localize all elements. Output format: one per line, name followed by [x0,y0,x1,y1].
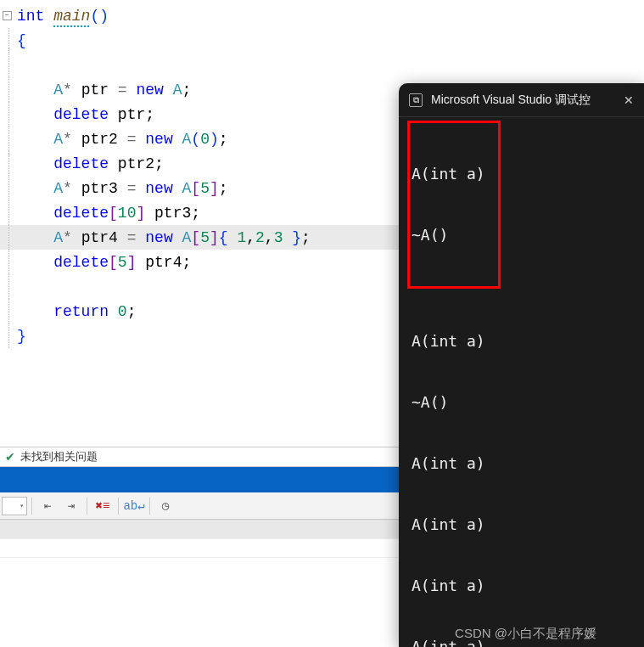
console-titlebar[interactable]: ⧉ Microsoft Visual Studio 调试控 ✕ [399,83,644,117]
console-line: A(int a) [412,576,631,596]
error-list-status: ✔ 未找到相关问题 [0,447,407,467]
console-line: A(int a) [412,331,631,352]
panel-header [0,467,407,492]
grid-row[interactable] [0,539,407,558]
grid-header [0,520,407,539]
close-icon[interactable]: ✕ [624,93,634,107]
code-line[interactable]: − int main() [0,3,407,28]
goto-prev-button[interactable]: ⇤ [36,495,59,517]
code-line[interactable]: delete ptr2; [0,151,407,176]
code-line[interactable] [0,274,407,299]
code-line[interactable]: A* ptr2 = new A(0); [0,127,407,151]
watermark-text: CSDN @小白不是程序媛 [407,626,644,642]
output-grid[interactable] [0,520,407,647]
clock-icon: ◷ [162,498,169,513]
console-line: ~A() [412,225,496,245]
console-line: A(int a) [412,515,631,535]
console-output[interactable]: A(int a) ~A() A(int a) ~A() A(int a) A(i… [399,117,644,647]
clear-button[interactable]: ✖≡ [92,495,114,517]
status-text: 未找到相关问题 [20,449,98,464]
status-ok-icon: ✔ [5,450,15,464]
code-line[interactable]: A* ptr = new A; [0,77,407,102]
right-arrow-icon: ⇥ [68,498,75,513]
code-line[interactable] [0,53,407,77]
code-editor[interactable]: − int main() { A* ptr = new A; delete pt… [0,0,407,442]
code-line[interactable]: } [0,324,407,348]
output-toolbar: ▾ ⇤ ⇥ ✖≡ ab↵ ◷ [0,492,407,520]
goto-next-button[interactable]: ⇥ [60,495,82,517]
code-line[interactable]: A* ptr3 = new A[5]; [0,176,407,200]
code-line[interactable]: delete ptr; [0,102,407,127]
left-arrow-icon: ⇤ [44,498,51,513]
highlighted-output: A(int a) ~A() [407,121,501,289]
chevron-down-icon: ▾ [20,502,24,509]
code-line-active[interactable]: A* ptr4 = new A[5]{ 1,2,3 }; [0,225,407,250]
timestamp-button[interactable]: ◷ [154,495,176,517]
code-line[interactable]: return 0; [0,299,407,324]
wrap-button[interactable]: ab↵ [123,495,145,517]
console-line: A(int a) [412,164,496,184]
clear-icon: ✖≡ [96,498,110,513]
collapse-icon[interactable]: − [3,11,12,20]
vs-console-icon: ⧉ [409,93,423,107]
text-wrap-icon: ab↵ [123,498,144,513]
console-line: A(int a) [412,453,631,474]
code-line[interactable]: delete[5] ptr4; [0,250,407,274]
console-title-text: Microsoft Visual Studio 调试控 [431,93,591,108]
code-line[interactable]: { [0,28,407,53]
debug-console-window: ⧉ Microsoft Visual Studio 调试控 ✕ A(int a)… [399,83,644,647]
code-line[interactable]: delete[10] ptr3; [0,200,407,225]
console-line: ~A() [412,392,631,413]
filter-dropdown[interactable]: ▾ [2,497,27,515]
